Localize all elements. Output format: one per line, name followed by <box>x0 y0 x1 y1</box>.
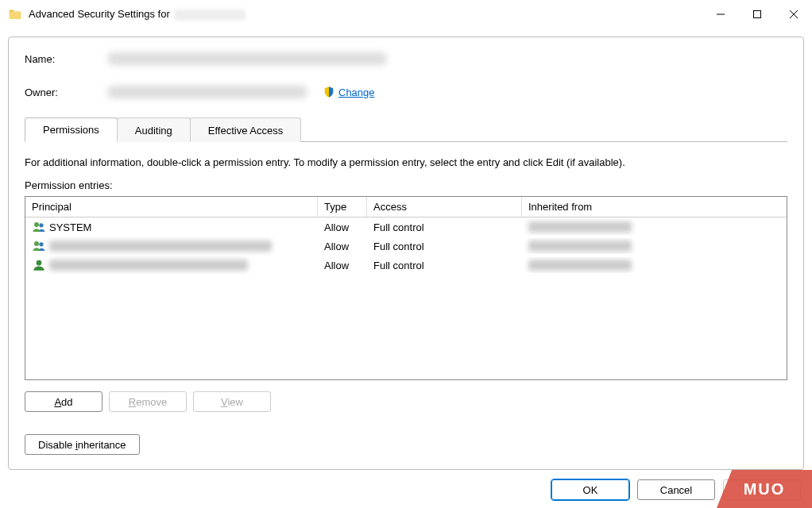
window-controls <box>702 0 812 29</box>
tab-permissions[interactable]: Permissions <box>25 117 118 142</box>
minimize-button[interactable] <box>702 0 739 29</box>
maximize-button[interactable] <box>739 0 775 29</box>
view-button: View <box>193 391 271 412</box>
principal-name-redacted <box>49 260 248 271</box>
title-object-redacted <box>174 10 246 21</box>
titlebar: Advanced Security Settings for <box>0 0 812 29</box>
remove-button: Remove <box>109 391 187 412</box>
permission-table-header: Principal Type Access Inherited from <box>25 197 787 217</box>
cancel-button[interactable]: Cancel <box>637 479 715 500</box>
disable-inheritance-button[interactable]: Disable inheritance <box>25 434 140 455</box>
window-title: Advanced Security Settings for <box>29 8 246 21</box>
svg-point-5 <box>39 223 43 227</box>
permission-type: Allow <box>318 238 367 255</box>
permission-access: Full control <box>367 238 522 255</box>
svg-point-7 <box>39 242 43 246</box>
svg-rect-1 <box>754 11 761 18</box>
permission-entries-label: Permission entries: <box>25 179 787 191</box>
svg-point-8 <box>37 260 42 266</box>
user-icon <box>32 258 46 272</box>
permission-access: Full control <box>367 219 522 236</box>
dialog-footer: OK Cancel Apply <box>551 479 801 500</box>
principal-name: SYSTEM <box>49 221 91 233</box>
svg-point-4 <box>34 222 39 227</box>
permission-row[interactable]: SYSTEM Allow Full control <box>25 217 787 237</box>
shield-icon <box>323 86 335 98</box>
owner-value-redacted <box>108 86 307 98</box>
name-value-redacted <box>108 52 386 65</box>
tab-effective-access[interactable]: Effective Access <box>190 117 301 142</box>
group-icon <box>32 239 46 253</box>
name-row: Name: <box>25 50 787 67</box>
col-inherited[interactable]: Inherited from <box>522 197 787 217</box>
owner-label: Owner: <box>25 87 108 98</box>
inherited-from-redacted <box>528 221 632 233</box>
inherited-from-redacted <box>528 241 632 252</box>
permission-type: Allow <box>318 219 367 236</box>
svg-point-6 <box>34 241 39 246</box>
tab-auditing[interactable]: Auditing <box>117 117 191 142</box>
principal-name-redacted <box>49 241 272 252</box>
col-access[interactable]: Access <box>367 197 522 217</box>
close-button[interactable] <box>775 0 812 29</box>
main-panel: Name: Owner: Change Permissions Auditing… <box>8 37 804 470</box>
inherited-from-redacted <box>528 260 632 271</box>
ok-button[interactable]: OK <box>551 479 629 500</box>
owner-row: Owner: Change <box>25 83 787 101</box>
apply-button: Apply <box>723 479 801 500</box>
permission-row[interactable]: Allow Full control <box>25 237 787 256</box>
permission-row[interactable]: Allow Full control <box>25 256 787 275</box>
col-principal[interactable]: Principal <box>25 197 318 217</box>
change-owner-link[interactable]: Change <box>338 87 375 98</box>
folder-icon <box>8 7 22 21</box>
permission-type: Allow <box>318 257 367 274</box>
col-type[interactable]: Type <box>318 197 367 217</box>
hint-text: For additional information, double-click… <box>25 156 787 168</box>
permission-access: Full control <box>367 257 522 274</box>
name-label: Name: <box>25 53 108 65</box>
group-icon <box>32 220 46 234</box>
add-button[interactable]: Add <box>25 391 102 412</box>
tab-strip: Permissions Auditing Effective Access <box>25 117 787 142</box>
permission-table[interactable]: Principal Type Access Inherited from SYS… <box>25 196 787 380</box>
